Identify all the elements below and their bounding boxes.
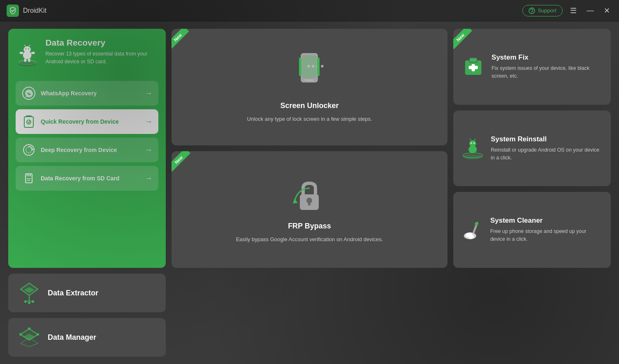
svg-line-43 bbox=[470, 139, 471, 140]
whatsapp-icon bbox=[22, 86, 36, 100]
svg-point-60 bbox=[28, 302, 30, 304]
minimize-button[interactable]: — bbox=[584, 5, 596, 16]
close-icon: ✕ bbox=[604, 7, 610, 15]
system-fix-desc: Fix system issues of your device, like b… bbox=[491, 65, 603, 80]
system-fix-title: System Fix bbox=[491, 53, 603, 62]
support-button[interactable]: Support bbox=[522, 5, 563, 16]
whatsapp-arrow-icon: → bbox=[145, 89, 152, 98]
support-icon bbox=[529, 7, 535, 14]
frp-title: FRP Bypass bbox=[288, 222, 331, 230]
frp-desc: Easily bypass Google Account verificatio… bbox=[236, 235, 383, 244]
recovery-hero-icon bbox=[16, 38, 39, 73]
system-reinstall-card[interactable]: System Reinstall Reinstall or upgrade An… bbox=[453, 111, 611, 187]
svg-point-42 bbox=[473, 142, 475, 143]
recovery-options: WhatsApp Recovery → Quick Recovery from … bbox=[16, 81, 158, 260]
system-reinstall-desc: Reinstall or upgrade Android OS on your … bbox=[491, 146, 603, 162]
system-cleaner-text: System Cleaner Free up phone storage and… bbox=[490, 217, 603, 243]
svg-rect-28 bbox=[27, 174, 28, 176]
deep-recovery-arrow-icon: → bbox=[145, 146, 152, 154]
svg-point-68 bbox=[28, 327, 30, 330]
data-extractor-icon bbox=[17, 281, 41, 305]
svg-point-13 bbox=[28, 48, 29, 50]
whatsapp-recovery-option[interactable]: WhatsApp Recovery → bbox=[16, 81, 158, 106]
svg-point-50 bbox=[475, 222, 478, 226]
svg-point-20 bbox=[22, 49, 33, 60]
system-reinstall-text: System Reinstall Reinstall or upgrade An… bbox=[491, 135, 603, 162]
data-extractor-title: Data Extractor bbox=[48, 289, 98, 297]
sdcard-recovery-option[interactable]: Data Recovery from SD Card → bbox=[16, 166, 158, 191]
system-cleaner-desc: Free up phone storage and speed up your … bbox=[490, 228, 603, 243]
sdcard-icon bbox=[22, 171, 36, 185]
app-title: DroidKit bbox=[23, 7, 46, 14]
system-cleaner-title: System Cleaner bbox=[490, 217, 603, 225]
deep-recovery-label: Deep Recovery from Device bbox=[41, 147, 140, 153]
svg-point-69 bbox=[37, 333, 39, 336]
recovery-title: Data Recovery bbox=[45, 38, 158, 48]
unlocker-title: Screen Unlocker bbox=[280, 101, 338, 110]
support-label: Support bbox=[538, 7, 556, 14]
svg-rect-6 bbox=[317, 58, 320, 76]
svg-point-37 bbox=[463, 154, 482, 159]
svg-point-70 bbox=[19, 333, 22, 336]
data-manager-title: Data Manager bbox=[48, 333, 96, 342]
svg-rect-30 bbox=[30, 174, 31, 176]
frp-bypass-card[interactable]: New FRP Bypass Easily bypass Google Acco… bbox=[172, 151, 447, 268]
unlocker-icon: ★★★★ bbox=[291, 51, 328, 97]
system-cleaner-icon bbox=[461, 217, 484, 243]
svg-rect-39 bbox=[468, 145, 477, 153]
svg-point-26 bbox=[26, 147, 32, 153]
svg-rect-36 bbox=[468, 66, 478, 69]
title-bar: DroidKit Support ☰ — ✕ bbox=[0, 0, 619, 21]
system-reinstall-title: System Reinstall bbox=[491, 135, 603, 143]
deep-recovery-option[interactable]: Deep Recovery from Device → bbox=[16, 138, 158, 162]
svg-rect-34 bbox=[469, 58, 477, 62]
deep-recovery-icon bbox=[22, 143, 36, 157]
recovery-desc: Recover 13 types of essential data from … bbox=[45, 50, 158, 66]
quick-recovery-option[interactable]: Quick Recovery from Device → bbox=[16, 109, 158, 134]
new-badge-fix: New bbox=[453, 29, 480, 55]
svg-rect-5 bbox=[299, 58, 301, 76]
system-fix-card[interactable]: New System Fix Fix system issues of your… bbox=[453, 29, 611, 105]
unlocker-desc: Unlock any type of lock screen in a few … bbox=[247, 115, 372, 123]
quick-recovery-arrow-icon: → bbox=[145, 117, 152, 126]
svg-rect-53 bbox=[308, 201, 311, 205]
svg-rect-29 bbox=[28, 174, 29, 176]
menu-icon: ☰ bbox=[570, 7, 577, 15]
screen-unlocker-card[interactable]: ★★★★ Screen Unlocker Unlock any type of … bbox=[172, 29, 447, 145]
svg-line-44 bbox=[474, 139, 475, 140]
system-fix-icon bbox=[461, 53, 485, 80]
new-badge-unlocker bbox=[172, 29, 198, 55]
data-extractor-card[interactable]: Data Extractor bbox=[8, 274, 166, 312]
svg-point-1 bbox=[532, 12, 533, 13]
minimize-icon: — bbox=[587, 6, 594, 14]
data-manager-icon bbox=[17, 325, 41, 349]
system-reinstall-icon bbox=[461, 135, 484, 162]
close-button[interactable]: ✕ bbox=[601, 5, 612, 17]
svg-point-40 bbox=[469, 140, 476, 146]
sdcard-option-label: Data Recovery from SD Card bbox=[41, 175, 140, 182]
new-badge-frp: New bbox=[172, 151, 198, 177]
svg-rect-22 bbox=[24, 117, 33, 127]
svg-line-15 bbox=[29, 45, 30, 46]
sdcard-arrow-icon: → bbox=[145, 174, 152, 183]
system-cleaner-card[interactable]: System Cleaner Free up phone storage and… bbox=[453, 192, 611, 268]
title-bar-left: DroidKit bbox=[7, 5, 46, 17]
app-logo bbox=[7, 5, 19, 17]
svg-point-49 bbox=[468, 233, 473, 237]
svg-text:★★★★: ★★★★ bbox=[306, 63, 325, 69]
svg-point-12 bbox=[25, 48, 26, 50]
data-recovery-card[interactable]: Data Recovery Recover 13 types of essent… bbox=[8, 29, 166, 268]
data-manager-card[interactable]: Data Manager bbox=[8, 318, 166, 357]
quick-recovery-label: Quick Recovery from Device bbox=[41, 118, 140, 125]
frp-icon bbox=[291, 176, 328, 217]
menu-button[interactable]: ☰ bbox=[568, 5, 579, 17]
system-fix-text: System Fix Fix system issues of your dev… bbox=[491, 53, 603, 80]
svg-rect-23 bbox=[26, 115, 32, 117]
quick-recovery-icon bbox=[22, 115, 36, 129]
whatsapp-option-label: WhatsApp Recovery bbox=[41, 90, 140, 97]
svg-point-41 bbox=[471, 142, 472, 143]
title-bar-right: Support ☰ — ✕ bbox=[522, 5, 612, 17]
svg-line-14 bbox=[24, 45, 26, 46]
